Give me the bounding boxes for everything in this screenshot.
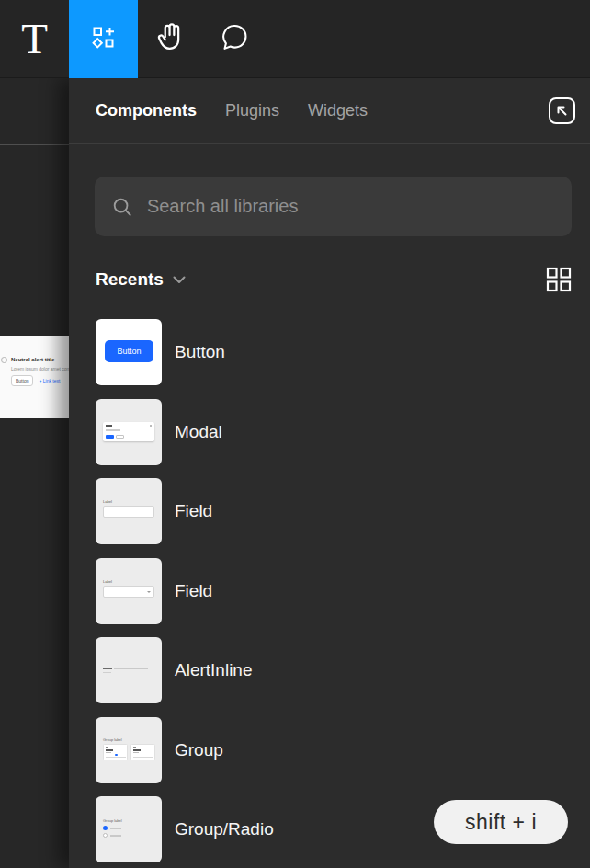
tab-components[interactable]: Components: [96, 101, 197, 120]
canvas[interactable]: Neutral alert title Lorem ipsum dolor am…: [0, 78, 69, 868]
text-tool-button[interactable]: T: [0, 0, 69, 78]
chevron-down-icon: [173, 276, 186, 284]
component-list: Button Button Modal L: [96, 319, 572, 862]
toolbar: T: [0, 0, 590, 78]
popout-button[interactable]: [546, 96, 577, 127]
assets-tool-button[interactable]: [69, 0, 138, 78]
component-list-item[interactable]: Label Field: [96, 558, 572, 624]
mini-caret-icon: [147, 591, 151, 593]
assets-icon: [91, 25, 116, 53]
radio-selected-icon: [103, 826, 108, 830]
tab-widgets[interactable]: Widgets: [308, 101, 368, 120]
alert-mini-button: Button: [11, 375, 33, 386]
tab-plugins[interactable]: Plugins: [225, 101, 279, 120]
component-label: Group/Radio: [175, 819, 274, 839]
group-radio-thumbnail: Group label: [96, 796, 162, 862]
link-plus-icon: +: [39, 378, 41, 383]
component-label: Group: [175, 740, 223, 760]
mini-modal: [103, 422, 154, 441]
comment-icon: [220, 22, 250, 56]
component-label: Field: [175, 581, 212, 601]
field-select-thumbnail: Label: [96, 558, 162, 624]
alert-mini-link: + Link text: [39, 378, 60, 383]
recents-title: Recents: [96, 269, 164, 290]
component-list-item[interactable]: Group label Group: [96, 717, 572, 783]
radio-unselected-icon: [103, 833, 108, 838]
mini-input: [103, 506, 154, 518]
component-list-item[interactable]: Button Button: [96, 319, 572, 385]
figma-mobile-screen: T: [0, 0, 590, 868]
recents-section-toggle[interactable]: Recents: [96, 269, 186, 290]
alert-actions: Button + Link text: [11, 375, 60, 386]
mini-field-label: Label: [103, 579, 112, 584]
mini-field-label: Label: [103, 499, 112, 504]
mini-select: [103, 586, 154, 598]
panel-header: Components Plugins Widgets: [69, 78, 590, 144]
canvas-frame-edge: [0, 144, 69, 145]
text-tool-icon: T: [21, 17, 48, 61]
component-label: Button: [175, 342, 225, 362]
component-list-item[interactable]: Modal: [96, 399, 572, 465]
mini-button-chip: Button: [105, 340, 153, 362]
comment-tool-button[interactable]: [202, 0, 267, 78]
recents-row: Recents: [96, 265, 572, 294]
canvas-alert-card[interactable]: Neutral alert title Lorem ipsum dolor am…: [0, 336, 69, 418]
button-thumbnail: Button: [96, 319, 162, 385]
search-icon: [111, 195, 133, 219]
grid-icon: [546, 267, 572, 292]
component-list-item[interactable]: Label Field: [96, 478, 572, 544]
component-label: Modal: [175, 422, 222, 442]
mini-group-label: Group label: [103, 737, 122, 742]
component-label: AlertInline: [175, 660, 253, 680]
mini-group-label: Group label: [103, 818, 122, 823]
component-list-item[interactable]: AlertInline: [96, 637, 572, 703]
alertinline-thumbnail: [96, 637, 162, 703]
field-thumbnail: Label: [96, 478, 162, 544]
alert-info-icon: [1, 357, 7, 363]
alert-body: Lorem ipsum dolor amet consec: [11, 366, 69, 371]
component-label: Field: [175, 501, 212, 521]
alert-title: Neutral alert title: [11, 357, 54, 362]
components-panel: Components Plugins Widgets Recents: [69, 78, 590, 868]
modal-thumbnail: [96, 399, 162, 465]
search-input[interactable]: [147, 196, 555, 217]
arrow-up-left-box-icon: [547, 96, 577, 126]
hand-tool-button[interactable]: [138, 0, 202, 78]
grid-view-button[interactable]: [546, 267, 572, 292]
group-thumbnail: Group label: [96, 717, 162, 783]
shortcut-hint-badge: shift + i: [434, 800, 568, 844]
search-bar: [95, 177, 572, 236]
hand-icon: [153, 21, 187, 58]
